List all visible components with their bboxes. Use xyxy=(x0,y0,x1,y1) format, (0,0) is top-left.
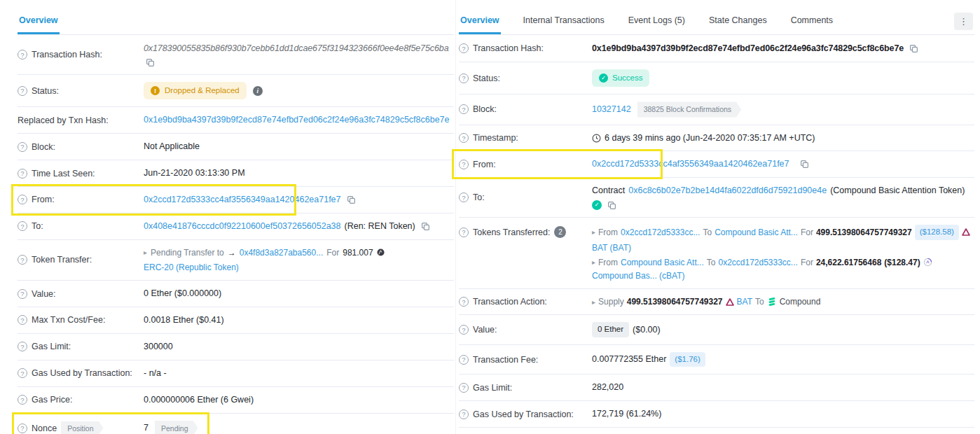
cbat-token-icon xyxy=(923,258,932,267)
transfer-to-link[interactable]: Compound Basic Att... xyxy=(715,227,798,238)
token-transfer-item: ▸ From 0x2ccd172d5333cc... To Compound B… xyxy=(592,225,974,253)
fee-value: 0.007772355 Ether xyxy=(592,354,666,365)
row-from: ?From: 0x2ccd172d5333cc4af3556349aa14204… xyxy=(459,151,974,178)
label-text: Transaction Action: xyxy=(473,297,547,307)
label-text: Value: xyxy=(473,325,497,335)
time-last-seen-value: Jun-21-2020 03:13:30 PM xyxy=(144,167,245,179)
caret-icon: ▸ xyxy=(592,258,595,267)
row-gas-limit: ?Gas Limit: 282,020 xyxy=(459,374,974,401)
token-type-link[interactable]: ERC-20 (Republic Token) xyxy=(144,262,239,273)
tab-internal-transactions[interactable]: Internal Transactions xyxy=(522,8,606,34)
caret-icon: ▸ xyxy=(592,298,595,307)
help-icon[interactable]: ? xyxy=(459,227,469,237)
help-icon[interactable]: ? xyxy=(18,50,27,59)
copy-icon[interactable] xyxy=(607,201,616,210)
row-nonce: ?NoncePosition 7Pending xyxy=(18,414,454,434)
help-icon[interactable]: ? xyxy=(18,255,27,265)
replacement-hash-link[interactable]: 0x1e9bd9ba4397d39b9f2ecd87e74efbd7ed06c2… xyxy=(144,114,450,126)
copy-icon[interactable] xyxy=(146,58,155,67)
help-icon[interactable]: ? xyxy=(459,192,469,202)
help-icon[interactable]: ? xyxy=(18,315,27,325)
to-contract-address-link[interactable]: 0x6c8c6b02e7b2be14d4fa6022dfd6d75921d90e… xyxy=(628,185,827,197)
row-replaced-by-txn-hash: Replaced by Txn Hash: 0x1e9bd9ba4397d39b… xyxy=(18,107,454,134)
copy-icon[interactable] xyxy=(347,195,356,204)
transfer-to-link[interactable]: 0x2ccd172d5333cc... xyxy=(718,257,797,268)
tab-event-logs[interactable]: Event Logs (5) xyxy=(627,8,686,34)
help-icon[interactable]: ? xyxy=(18,424,27,433)
value-badge: 0 Ether xyxy=(592,322,629,337)
help-icon[interactable]: ? xyxy=(18,342,27,351)
action-verb: Supply xyxy=(598,296,624,307)
row-gas-used: ?Gas Used by Transaction: - n/a - xyxy=(18,360,454,387)
transfer-from-link[interactable]: 0x2ccd172d5333cc... xyxy=(621,227,700,238)
help-icon[interactable]: ? xyxy=(459,133,469,143)
transfer-token-link[interactable]: Compound Bas... (cBAT) xyxy=(592,270,685,281)
label-text: Gas Used by Transaction: xyxy=(473,410,574,419)
label-text: Status: xyxy=(32,86,59,96)
max-cost-value: 0.0018 Ether ($0.41) xyxy=(144,314,224,326)
from-address-link[interactable]: 0x2ccd172d5333cc4af3556349aa1420462ea71f… xyxy=(144,194,341,206)
transfer-from-link[interactable]: Compound Basic Att... xyxy=(621,257,704,268)
block-number-link[interactable]: 10327142 xyxy=(592,104,631,115)
help-icon[interactable]: ? xyxy=(459,43,469,53)
help-icon[interactable]: ? xyxy=(459,410,469,419)
transfer-token-link[interactable]: BAT (BAT) xyxy=(592,242,631,253)
label-text: Gas Limit: xyxy=(32,342,71,351)
row-max-txn-cost: ?Max Txn Cost/Fee: 0.0018 Ether ($0.41) xyxy=(18,307,454,334)
help-icon[interactable]: ? xyxy=(459,74,469,83)
copy-icon[interactable] xyxy=(909,44,918,53)
label-text: Gas Limit: xyxy=(473,383,512,393)
help-icon[interactable]: ? xyxy=(18,289,27,299)
help-icon[interactable]: ? xyxy=(18,195,27,204)
transfer-amount: 24,622.61756468 xyxy=(816,257,881,268)
arrow-right-icon: → xyxy=(228,247,236,258)
row-status: ?Status: !Dropped & Replaced i xyxy=(18,75,454,108)
help-icon[interactable]: ? xyxy=(459,297,469,307)
label-text: To: xyxy=(473,192,485,202)
transaction-hash-value: 0x178390055835b86f930b7cebb61dd1dcae675f… xyxy=(144,43,449,55)
tab-state-changes[interactable]: State Changes xyxy=(708,8,768,34)
copy-icon[interactable] xyxy=(421,222,430,231)
more-options-button[interactable]: ⋮ xyxy=(954,13,973,30)
right-tab-bar: Overview Internal Transactions Event Log… xyxy=(459,8,974,35)
copy-icon[interactable] xyxy=(800,160,809,169)
left-tab-bar: Overview xyxy=(18,8,454,35)
transfer-to-address-link[interactable]: 0x4f8d3a827aba560... xyxy=(240,247,323,258)
help-icon[interactable]: ? xyxy=(459,355,469,365)
fee-usd-badge: ($1.76) xyxy=(670,352,705,368)
label-text: To: xyxy=(32,221,43,231)
help-icon[interactable]: ? xyxy=(459,325,469,335)
label-text: Gas Price: xyxy=(32,395,72,405)
transfer-count-badge: 2 xyxy=(554,226,566,238)
tab-overview[interactable]: Overview xyxy=(459,8,501,34)
help-icon[interactable]: ? xyxy=(18,368,27,378)
to-address-link[interactable]: 0x408e41876cccdc0f92210600ef50372656052a… xyxy=(144,220,341,232)
help-icon[interactable]: ? xyxy=(459,104,469,114)
action-token-link[interactable]: BAT xyxy=(737,296,752,307)
row-gas-used: ?Gas Used by Transaction: 172,719 (61.24… xyxy=(459,401,974,428)
row-gas-price: ?Gas Price: 0.000000006 Ether (6 Gwei) xyxy=(18,387,454,414)
help-icon[interactable]: ? xyxy=(18,221,27,231)
help-icon[interactable]: ? xyxy=(18,86,27,96)
tab-comments[interactable]: Comments xyxy=(789,8,834,34)
timestamp-value: 6 days 39 mins ago (Jun-24-2020 07:35:17… xyxy=(605,132,815,144)
row-block: ?Block: Not Applicable xyxy=(18,134,454,160)
from-address-link[interactable]: 0x2ccd172d5333cc4af3556349aa1420462ea71f… xyxy=(592,158,789,170)
help-icon[interactable]: ? xyxy=(18,142,27,152)
label-text: From: xyxy=(32,195,55,204)
info-icon[interactable]: i xyxy=(253,86,263,96)
label-text: Gas Used by Transaction: xyxy=(32,368,132,378)
bat-token-icon xyxy=(962,228,970,236)
help-icon[interactable]: ? xyxy=(18,395,27,405)
row-block: ?Block: 10327142 38825 Block Confirmatio… xyxy=(459,94,974,125)
help-icon[interactable]: ? xyxy=(18,169,27,178)
help-icon[interactable]: ? xyxy=(459,160,469,169)
tab-overview-left[interactable]: Overview xyxy=(18,8,60,34)
label-text: Transaction Hash: xyxy=(32,50,102,59)
help-icon[interactable]: ? xyxy=(459,383,469,393)
row-gas-limit: ?Gas Limit: 300000 xyxy=(18,334,454,360)
verified-contract-icon: ✓ xyxy=(592,200,602,210)
warning-icon: ! xyxy=(151,86,160,95)
block-value: Not Applicable xyxy=(144,141,200,153)
gas-limit-value: 282,020 xyxy=(592,382,623,393)
